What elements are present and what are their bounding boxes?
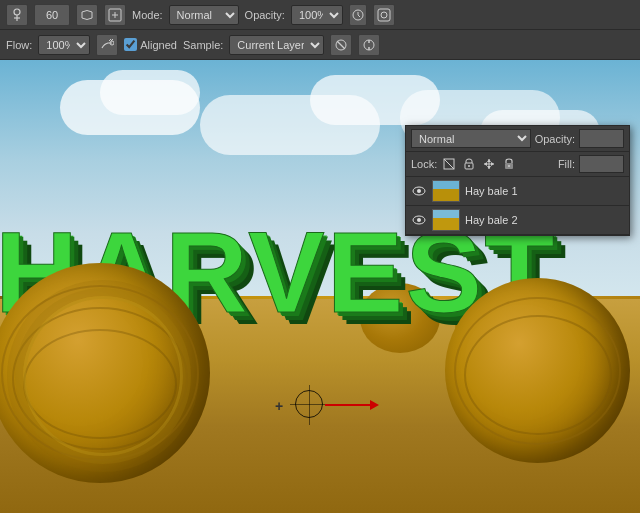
svg-line-10 — [109, 39, 111, 41]
opacity-select[interactable]: 100% 75% 50% 25% — [291, 5, 343, 25]
layer-thumbnail-1 — [432, 180, 460, 202]
flow-label: Flow: — [6, 39, 32, 51]
svg-rect-7 — [378, 9, 390, 21]
layer-visibility-icon-1[interactable] — [411, 183, 427, 199]
cursor-area: + — [295, 390, 323, 418]
cursor-crosshair-vertical — [309, 385, 310, 425]
arrow-head — [370, 400, 379, 410]
svg-marker-24 — [487, 166, 491, 169]
lock-image-icon[interactable] — [461, 156, 477, 172]
svg-marker-23 — [487, 159, 491, 162]
layers-fill-label: Fill: — [558, 158, 575, 170]
layers-lock-label: Lock: — [411, 158, 437, 170]
sample-select[interactable]: Current Layer Current & Below All Layers — [229, 35, 324, 55]
lock-all-icon[interactable] — [501, 156, 517, 172]
opacity-pressure-icon[interactable] — [349, 4, 367, 26]
brush-size-value: 60 — [46, 9, 58, 21]
layers-opacity-label: Opacity: — [535, 133, 575, 145]
svg-marker-25 — [484, 162, 487, 166]
tool-settings-icon[interactable] — [358, 34, 380, 56]
clone-settings-icon[interactable] — [373, 4, 395, 26]
layers-fill-input[interactable]: 100% — [579, 155, 624, 173]
layers-panel: Normal Dissolve Multiply Opacity: 100% L… — [405, 125, 630, 236]
aligned-label[interactable]: Aligned — [124, 38, 177, 51]
ignore-adj-icon[interactable] — [330, 34, 352, 56]
svg-marker-26 — [491, 162, 494, 166]
lock-transparent-icon[interactable] — [441, 156, 457, 172]
svg-point-8 — [381, 12, 387, 18]
svg-line-13 — [337, 41, 345, 49]
svg-point-30 — [417, 189, 421, 193]
toolbar-top: 60 Mode: Normal Dissolve Multiply Screen… — [0, 0, 640, 30]
layer-row[interactable]: Hay bale 2 — [406, 206, 629, 235]
layer-name-2: Hay bale 2 — [465, 214, 624, 226]
flow-select[interactable]: 100% 75% 50% — [38, 35, 90, 55]
mode-select[interactable]: Normal Dissolve Multiply Screen — [169, 5, 239, 25]
layers-blend-row: Normal Dissolve Multiply Opacity: 100% — [406, 126, 629, 152]
lock-position-icon[interactable] — [481, 156, 497, 172]
brush-preset-icon[interactable] — [104, 4, 126, 26]
brush-settings-icon[interactable] — [76, 4, 98, 26]
sample-label: Sample: — [183, 39, 223, 51]
svg-point-32 — [417, 218, 421, 222]
canvas-area[interactable]: HARVEST + — [0, 60, 640, 513]
layer-visibility-icon-2[interactable] — [411, 212, 427, 228]
svg-point-28 — [508, 165, 510, 167]
cursor-crosshair-horizontal — [290, 404, 330, 405]
hay-bale-left — [0, 263, 210, 483]
opacity-label: Opacity: — [245, 9, 285, 21]
aligned-checkbox[interactable] — [124, 38, 137, 51]
airbrush-icon[interactable] — [96, 34, 118, 56]
layer-thumbnail-2 — [432, 209, 460, 231]
cursor-arrow — [325, 400, 379, 410]
layer-name-1: Hay bale 1 — [465, 185, 624, 197]
brush-size-display[interactable]: 60 — [34, 4, 70, 26]
toolbar-second: Flow: 100% 75% 50% Aligned Sample: Curre… — [0, 30, 640, 60]
layers-blend-mode-select[interactable]: Normal Dissolve Multiply — [411, 129, 531, 148]
clone-stamp-tool-icon[interactable] — [6, 4, 28, 26]
hay-bale-right — [445, 278, 630, 463]
svg-point-20 — [468, 165, 470, 167]
cloud-2 — [100, 70, 200, 115]
layers-opacity-input[interactable]: 100% — [579, 129, 624, 148]
cursor-circle — [295, 390, 323, 418]
svg-line-18 — [444, 159, 454, 169]
svg-point-0 — [14, 9, 20, 15]
mode-label: Mode: — [132, 9, 163, 21]
arrow-line — [325, 404, 370, 406]
layer-row[interactable]: Hay bale 1 — [406, 177, 629, 206]
cursor-plus-icon: + — [275, 398, 283, 414]
layers-lock-row: Lock: — [406, 152, 629, 177]
